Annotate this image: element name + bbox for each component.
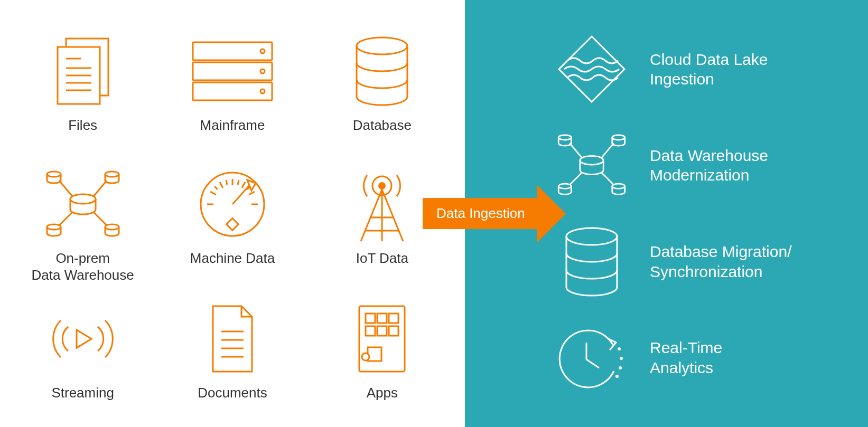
- clock-icon: [555, 321, 629, 395]
- svg-rect-48: [366, 314, 375, 323]
- streaming-icon: [41, 299, 125, 378]
- svg-line-64: [601, 173, 613, 185]
- source-label: Apps: [367, 385, 398, 401]
- svg-rect-49: [377, 314, 387, 323]
- ingestion-arrow: Data Ingestion: [423, 185, 566, 243]
- svg-line-28: [242, 182, 245, 188]
- svg-rect-50: [389, 314, 398, 323]
- svg-point-10: [260, 69, 265, 73]
- arrow-head-icon: [537, 185, 566, 243]
- lake-icon: [555, 32, 629, 106]
- antenna-icon: [350, 165, 414, 244]
- target-label: Database Migration/ Synchronization: [650, 242, 791, 281]
- target-label: Data Warehouse Modernization: [650, 146, 768, 185]
- source-label: Streaming: [51, 385, 114, 401]
- svg-point-57: [558, 135, 571, 140]
- source-database: Database: [310, 32, 454, 149]
- svg-point-56: [580, 156, 603, 165]
- source-label: Documents: [198, 385, 267, 401]
- svg-line-26: [210, 192, 216, 195]
- source-documents: Documents: [160, 299, 304, 416]
- source-label: IoT Data: [356, 250, 408, 267]
- target-label: Cloud Data Lake Ingestion: [650, 50, 768, 89]
- svg-point-12: [260, 89, 265, 93]
- svg-point-69: [620, 357, 623, 360]
- source-files: Files: [11, 32, 155, 149]
- svg-rect-35: [227, 219, 239, 231]
- svg-point-55: [362, 353, 369, 360]
- svg-point-8: [260, 49, 265, 53]
- svg-point-60: [612, 184, 625, 188]
- svg-line-67: [586, 359, 599, 368]
- svg-point-71: [615, 375, 619, 378]
- svg-point-14: [70, 194, 96, 204]
- svg-rect-54: [368, 347, 381, 361]
- mainframe-icon: [188, 32, 277, 111]
- svg-line-31: [226, 180, 227, 185]
- svg-line-20: [94, 181, 107, 196]
- svg-point-65: [566, 228, 617, 245]
- svg-line-25: [220, 182, 223, 188]
- svg-line-29: [249, 192, 255, 195]
- gauge-icon: [195, 165, 269, 244]
- svg-line-21: [59, 212, 72, 225]
- source-label: Machine Data: [190, 250, 275, 267]
- source-streaming: Streaming: [11, 299, 155, 416]
- svg-point-15: [47, 172, 61, 177]
- svg-line-32: [238, 180, 239, 185]
- svg-rect-52: [377, 326, 387, 336]
- svg-point-16: [105, 172, 119, 177]
- source-machine-data: Machine Data: [160, 165, 304, 283]
- target-realtime: Real-Time Analytics: [555, 321, 847, 395]
- svg-line-39: [361, 189, 382, 241]
- svg-line-63: [570, 173, 582, 185]
- svg-point-17: [47, 224, 61, 230]
- svg-line-40: [382, 189, 403, 241]
- source-mainframe: Mainframe: [160, 32, 304, 149]
- target-db-migration: Database Migration/ Synchronization: [555, 225, 847, 299]
- source-label: Mainframe: [200, 117, 265, 134]
- svg-point-68: [618, 347, 621, 350]
- document-icon: [203, 299, 262, 378]
- svg-point-13: [357, 37, 407, 54]
- arrow-label: Data Ingestion: [423, 198, 537, 229]
- svg-line-19: [59, 181, 72, 196]
- svg-line-62: [601, 144, 613, 158]
- target-cloud-lake: Cloud Data Lake Ingestion: [555, 32, 847, 106]
- svg-line-33: [214, 186, 218, 189]
- warehouse-icon: [43, 165, 123, 244]
- warehouse-white-icon: [555, 128, 629, 202]
- source-onprem-dw: On-prem Data Warehouse: [11, 165, 155, 283]
- svg-rect-53: [389, 326, 398, 336]
- sources-grid: Files Mainframe Database: [0, 0, 465, 427]
- source-label: Database: [353, 117, 412, 134]
- target-dw-modern: Data Warehouse Modernization: [555, 128, 847, 202]
- files-icon: [51, 32, 115, 111]
- svg-line-61: [570, 144, 582, 158]
- svg-point-36: [378, 182, 386, 189]
- svg-line-22: [94, 212, 107, 225]
- svg-point-18: [105, 224, 119, 230]
- source-label: On-prem Data Warehouse: [32, 250, 134, 283]
- apps-icon: [353, 299, 411, 378]
- svg-rect-51: [366, 326, 375, 336]
- database-white-icon: [555, 225, 629, 299]
- svg-point-70: [619, 366, 622, 369]
- svg-point-58: [612, 135, 625, 140]
- database-icon: [350, 32, 414, 111]
- source-label: Files: [68, 117, 97, 134]
- target-label: Real-Time Analytics: [650, 338, 722, 377]
- source-apps: Apps: [310, 299, 454, 416]
